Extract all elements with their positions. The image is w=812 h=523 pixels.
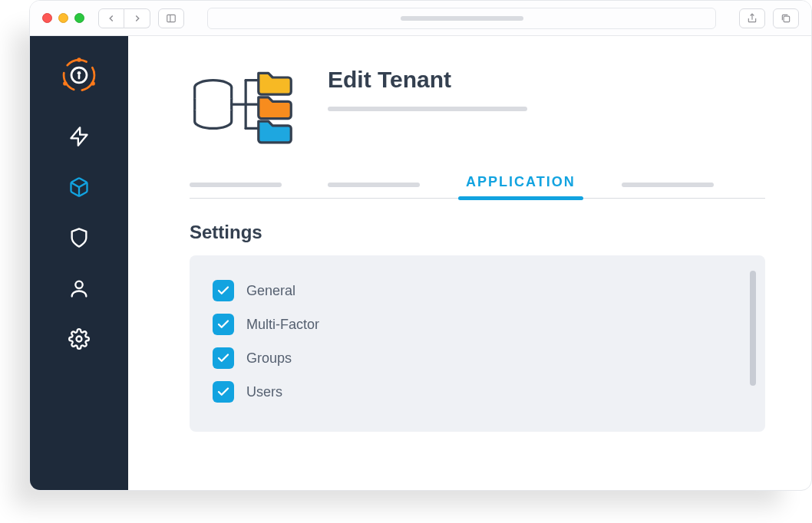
titlebar: [30, 1, 811, 36]
svg-point-6: [63, 81, 67, 85]
svg-marker-11: [71, 127, 87, 145]
page-subtitle-placeholder: [328, 107, 527, 111]
close-window-button[interactable]: [42, 13, 52, 23]
checkbox-checked-icon[interactable]: [213, 314, 234, 335]
share-button[interactable]: [739, 8, 765, 28]
svg-point-13: [75, 281, 82, 288]
setting-label: General: [246, 283, 295, 299]
setting-row-groups[interactable]: Groups: [213, 341, 742, 375]
tenant-icon: [190, 59, 305, 151]
tab-placeholder[interactable]: [190, 183, 282, 187]
address-bar[interactable]: [207, 8, 716, 29]
checkbox-checked-icon[interactable]: [213, 280, 234, 301]
setting-row-multifactor[interactable]: Multi-Factor: [213, 308, 742, 341]
svg-point-7: [91, 81, 94, 85]
settings-heading: Settings: [190, 222, 765, 243]
tab-placeholder[interactable]: [328, 183, 420, 187]
sidebar-toggle-button[interactable]: [158, 8, 184, 28]
tab-placeholder[interactable]: [622, 183, 714, 187]
svg-rect-0: [167, 15, 176, 21]
setting-label: Groups: [246, 350, 292, 367]
nav-cube-icon[interactable]: [68, 176, 91, 199]
checkbox-checked-icon[interactable]: [213, 381, 234, 403]
svg-point-9: [78, 71, 81, 75]
page-title: Edit Tenant: [328, 59, 527, 93]
app-body: Edit Tenant APPLICATION Settings General: [30, 36, 811, 490]
nav-user-icon[interactable]: [68, 277, 91, 300]
setting-label: Users: [246, 384, 282, 400]
nav-lightning-icon[interactable]: [68, 125, 91, 148]
scrollbar[interactable]: [750, 271, 756, 386]
checkbox-checked-icon[interactable]: [213, 347, 234, 369]
minimize-window-button[interactable]: [58, 13, 68, 23]
settings-panel: General Multi-Factor Groups: [190, 255, 765, 432]
setting-row-general[interactable]: General: [213, 274, 742, 308]
nav-settings-icon[interactable]: [68, 327, 91, 350]
setting-label: Multi-Factor: [246, 317, 319, 333]
back-button[interactable]: [98, 8, 124, 28]
sidebar: [30, 36, 128, 490]
address-placeholder: [401, 16, 523, 21]
window-controls: [42, 13, 84, 23]
nav-shield-icon[interactable]: [68, 226, 91, 249]
forward-button[interactable]: [124, 8, 150, 28]
svg-rect-3: [784, 16, 790, 22]
browser-window: Edit Tenant APPLICATION Settings General: [29, 0, 812, 491]
svg-point-5: [77, 58, 81, 61]
main-content: Edit Tenant APPLICATION Settings General: [128, 36, 811, 490]
svg-rect-10: [78, 74, 81, 79]
svg-point-14: [77, 337, 82, 342]
page-header: Edit Tenant: [190, 59, 765, 151]
tab-application[interactable]: APPLICATION: [466, 174, 576, 198]
tabs-overview-button[interactable]: [773, 8, 799, 28]
fullscreen-window-button[interactable]: [74, 13, 84, 23]
setting-row-users[interactable]: Users: [213, 375, 742, 409]
app-logo: [57, 53, 101, 97]
tab-strip: APPLICATION: [190, 174, 765, 199]
